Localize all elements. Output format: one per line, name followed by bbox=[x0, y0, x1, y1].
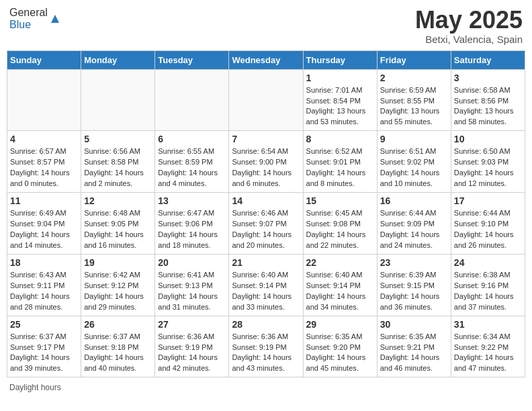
day-info: Sunrise: 6:51 AM Sunset: 9:02 PM Dayligh… bbox=[380, 146, 448, 189]
table-row: 2Sunrise: 6:59 AM Sunset: 8:55 PM Daylig… bbox=[377, 69, 451, 131]
day-info: Sunrise: 6:42 AM Sunset: 9:12 PM Dayligh… bbox=[84, 270, 152, 313]
day-number: 27 bbox=[158, 319, 226, 330]
day-number: 4 bbox=[10, 134, 78, 144]
day-number: 22 bbox=[306, 257, 374, 268]
day-number: 14 bbox=[232, 195, 300, 206]
calendar-week-row: 4Sunrise: 6:57 AM Sunset: 8:57 PM Daylig… bbox=[7, 131, 525, 193]
col-tuesday: Tuesday bbox=[155, 50, 229, 69]
location: Betxi, Valencia, Spain bbox=[415, 34, 523, 45]
day-number: 31 bbox=[454, 319, 522, 330]
table-row: 12Sunrise: 6:48 AM Sunset: 9:05 PM Dayli… bbox=[81, 193, 155, 255]
table-row: 30Sunrise: 6:35 AM Sunset: 9:21 PM Dayli… bbox=[377, 316, 451, 377]
day-number: 2 bbox=[380, 73, 448, 83]
day-number: 11 bbox=[10, 195, 78, 206]
table-row: 8Sunrise: 6:52 AM Sunset: 9:01 PM Daylig… bbox=[303, 131, 377, 193]
col-saturday: Saturday bbox=[451, 50, 525, 69]
day-info: Sunrise: 6:40 AM Sunset: 9:14 PM Dayligh… bbox=[232, 270, 300, 313]
day-info: Sunrise: 6:49 AM Sunset: 9:04 PM Dayligh… bbox=[10, 208, 78, 251]
day-info: Sunrise: 6:44 AM Sunset: 9:09 PM Dayligh… bbox=[380, 208, 448, 251]
day-number: 5 bbox=[84, 134, 152, 144]
table-row: 31Sunrise: 6:34 AM Sunset: 9:22 PM Dayli… bbox=[451, 316, 525, 377]
table-row: 20Sunrise: 6:41 AM Sunset: 9:13 PM Dayli… bbox=[155, 254, 229, 316]
month-title: May 2025 bbox=[415, 7, 523, 34]
table-row bbox=[155, 69, 229, 131]
table-row: 15Sunrise: 6:45 AM Sunset: 9:08 PM Dayli… bbox=[303, 193, 377, 255]
table-row: 28Sunrise: 6:36 AM Sunset: 9:19 PM Dayli… bbox=[229, 316, 303, 377]
table-row: 19Sunrise: 6:42 AM Sunset: 9:12 PM Dayli… bbox=[81, 254, 155, 316]
day-number: 9 bbox=[380, 134, 448, 144]
logo: General Blue bbox=[9, 7, 61, 31]
table-row: 29Sunrise: 6:35 AM Sunset: 9:20 PM Dayli… bbox=[303, 316, 377, 377]
table-row: 9Sunrise: 6:51 AM Sunset: 9:02 PM Daylig… bbox=[377, 131, 451, 193]
day-info: Sunrise: 6:52 AM Sunset: 9:01 PM Dayligh… bbox=[306, 146, 374, 189]
table-row: 7Sunrise: 6:54 AM Sunset: 9:00 PM Daylig… bbox=[229, 131, 303, 193]
day-number: 29 bbox=[306, 319, 374, 330]
day-number: 24 bbox=[454, 257, 522, 268]
table-row: 21Sunrise: 6:40 AM Sunset: 9:14 PM Dayli… bbox=[229, 254, 303, 316]
table-row: 27Sunrise: 6:36 AM Sunset: 9:19 PM Dayli… bbox=[155, 316, 229, 377]
day-info: Sunrise: 6:55 AM Sunset: 8:59 PM Dayligh… bbox=[158, 146, 226, 189]
col-wednesday: Wednesday bbox=[229, 50, 303, 69]
col-thursday: Thursday bbox=[303, 50, 377, 69]
day-number: 13 bbox=[158, 195, 226, 206]
day-info: Sunrise: 6:58 AM Sunset: 8:56 PM Dayligh… bbox=[454, 85, 522, 128]
day-info: Sunrise: 6:48 AM Sunset: 9:05 PM Dayligh… bbox=[84, 208, 152, 251]
day-info: Sunrise: 6:39 AM Sunset: 9:15 PM Dayligh… bbox=[380, 270, 448, 313]
table-row: 25Sunrise: 6:37 AM Sunset: 9:17 PM Dayli… bbox=[7, 316, 81, 377]
table-row: 3Sunrise: 6:58 AM Sunset: 8:56 PM Daylig… bbox=[451, 69, 525, 131]
day-info: Sunrise: 6:57 AM Sunset: 8:57 PM Dayligh… bbox=[10, 146, 78, 189]
day-number: 28 bbox=[232, 319, 300, 330]
day-number: 15 bbox=[306, 195, 374, 206]
day-info: Sunrise: 6:44 AM Sunset: 9:10 PM Dayligh… bbox=[454, 208, 522, 251]
day-number: 16 bbox=[380, 195, 448, 206]
day-number: 26 bbox=[84, 319, 152, 330]
day-number: 30 bbox=[380, 319, 448, 330]
table-row: 14Sunrise: 6:46 AM Sunset: 9:07 PM Dayli… bbox=[229, 193, 303, 255]
calendar-week-row: 1Sunrise: 7:01 AM Sunset: 8:54 PM Daylig… bbox=[7, 69, 525, 131]
table-row: 24Sunrise: 6:38 AM Sunset: 9:16 PM Dayli… bbox=[451, 254, 525, 316]
day-number: 20 bbox=[158, 257, 226, 268]
page-header: General Blue May 2025 Betxi, Valencia, S… bbox=[7, 7, 525, 45]
day-number: 12 bbox=[84, 195, 152, 206]
table-row: 22Sunrise: 6:40 AM Sunset: 9:14 PM Dayli… bbox=[303, 254, 377, 316]
logo-general-text: General bbox=[9, 7, 48, 18]
table-row: 11Sunrise: 6:49 AM Sunset: 9:04 PM Dayli… bbox=[7, 193, 81, 255]
table-row: 4Sunrise: 6:57 AM Sunset: 8:57 PM Daylig… bbox=[7, 131, 81, 193]
table-row: 5Sunrise: 6:56 AM Sunset: 8:58 PM Daylig… bbox=[81, 131, 155, 193]
day-info: Sunrise: 6:54 AM Sunset: 9:00 PM Dayligh… bbox=[232, 146, 300, 189]
day-info: Sunrise: 6:47 AM Sunset: 9:06 PM Dayligh… bbox=[158, 208, 226, 251]
table-row: 6Sunrise: 6:55 AM Sunset: 8:59 PM Daylig… bbox=[155, 131, 229, 193]
calendar-week-row: 25Sunrise: 6:37 AM Sunset: 9:17 PM Dayli… bbox=[7, 316, 525, 377]
day-info: Sunrise: 6:50 AM Sunset: 9:03 PM Dayligh… bbox=[454, 146, 522, 189]
daylight-hours-label: Daylight hours bbox=[9, 383, 61, 392]
table-row: 10Sunrise: 6:50 AM Sunset: 9:03 PM Dayli… bbox=[451, 131, 525, 193]
calendar-table: Sunday Monday Tuesday Wednesday Thursday… bbox=[7, 50, 525, 378]
day-number: 17 bbox=[454, 195, 522, 206]
logo-blue-text: Blue bbox=[9, 19, 31, 30]
day-number: 6 bbox=[158, 134, 226, 144]
calendar-week-row: 18Sunrise: 6:43 AM Sunset: 9:11 PM Dayli… bbox=[7, 254, 525, 316]
day-info: Sunrise: 6:34 AM Sunset: 9:22 PM Dayligh… bbox=[454, 332, 522, 375]
table-row bbox=[7, 69, 81, 131]
table-row bbox=[229, 69, 303, 131]
title-block: May 2025 Betxi, Valencia, Spain bbox=[415, 7, 523, 45]
col-monday: Monday bbox=[81, 50, 155, 69]
day-number: 10 bbox=[454, 134, 522, 144]
day-info: Sunrise: 6:56 AM Sunset: 8:58 PM Dayligh… bbox=[84, 146, 152, 189]
day-number: 19 bbox=[84, 257, 152, 268]
calendar-week-row: 11Sunrise: 6:49 AM Sunset: 9:04 PM Dayli… bbox=[7, 193, 525, 255]
day-info: Sunrise: 6:36 AM Sunset: 9:19 PM Dayligh… bbox=[158, 332, 226, 375]
day-info: Sunrise: 6:36 AM Sunset: 9:19 PM Dayligh… bbox=[232, 332, 300, 375]
day-number: 25 bbox=[10, 319, 78, 330]
footer: Daylight hours bbox=[7, 383, 525, 392]
day-number: 3 bbox=[454, 73, 522, 83]
day-number: 1 bbox=[306, 73, 374, 83]
day-info: Sunrise: 6:37 AM Sunset: 9:18 PM Dayligh… bbox=[84, 332, 152, 375]
svg-marker-0 bbox=[51, 15, 59, 23]
day-info: Sunrise: 6:59 AM Sunset: 8:55 PM Dayligh… bbox=[380, 85, 448, 128]
calendar-header-row: Sunday Monday Tuesday Wednesday Thursday… bbox=[7, 50, 525, 69]
day-number: 8 bbox=[306, 134, 374, 144]
day-info: Sunrise: 6:35 AM Sunset: 9:20 PM Dayligh… bbox=[306, 332, 374, 375]
day-info: Sunrise: 6:41 AM Sunset: 9:13 PM Dayligh… bbox=[158, 270, 226, 313]
day-info: Sunrise: 6:38 AM Sunset: 9:16 PM Dayligh… bbox=[454, 270, 522, 313]
